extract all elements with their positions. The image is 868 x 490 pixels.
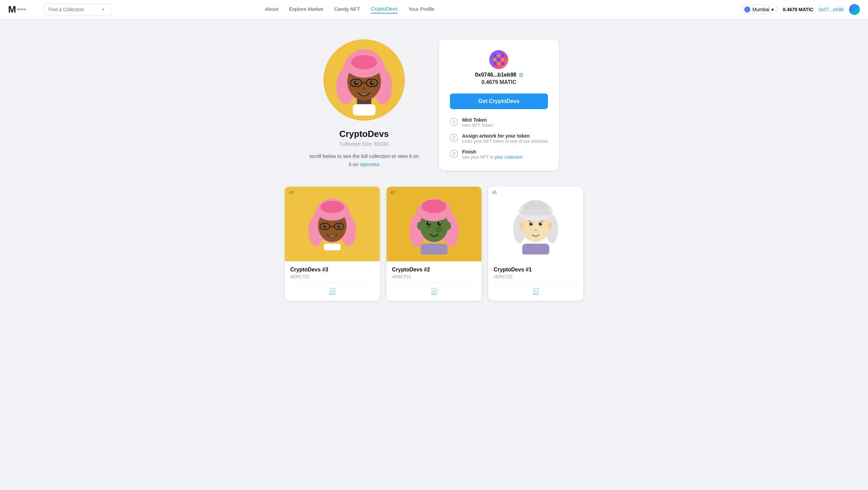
svg-point-9 <box>354 81 358 85</box>
step-1-title: Mint Token <box>462 117 493 123</box>
collection-description: scroll below to see the full collection … <box>309 152 419 168</box>
network-selector[interactable]: Mumbai ▾ <box>741 5 777 14</box>
nft-image-2: #2 <box>387 187 481 261</box>
network-name: Mumbai <box>752 7 769 12</box>
collection-size: Collection Size: 3/1024 <box>340 141 388 147</box>
svg-point-10 <box>370 81 374 85</box>
collection-avatar <box>323 39 405 121</box>
nft-tag-2: #ERC721 <box>392 274 476 279</box>
nft-cards-grid: #3 <box>281 187 587 301</box>
card-number-3: #3 <box>289 190 293 195</box>
svg-rect-67 <box>520 210 551 215</box>
nft-info-1: CryptoDevs #1 #ERC721 🧾 <box>488 261 583 301</box>
step-3: 3 Finish see your NFT in your collection <box>450 149 548 160</box>
content-area: CryptoDevs Collection Size: 3/1024 scrol… <box>237 39 631 170</box>
nft-card-2: #2 <box>387 187 481 301</box>
svg-point-52 <box>422 200 446 213</box>
nav-candy-nft[interactable]: Candy NFT <box>334 6 360 13</box>
card-number-2: #2 <box>391 190 395 195</box>
search-input[interactable] <box>48 7 99 12</box>
svg-rect-16 <box>493 54 496 57</box>
your-collection-link[interactable]: your collection <box>495 155 523 160</box>
svg-point-69 <box>548 222 552 229</box>
user-avatar[interactable] <box>849 4 860 15</box>
nav-explore-market[interactable]: Explore Market <box>289 6 323 13</box>
step-3-number: 3 <box>450 150 458 158</box>
nft-tag-1: #ERC721 <box>494 274 578 279</box>
nft-footer-3: 🧾 <box>290 283 374 295</box>
nav-right: Mumbai ▾ 0.4679 MATIC 0x07...eb98 <box>741 4 860 15</box>
nft-name-1: CryptoDevs #1 <box>494 267 578 273</box>
nft-1-illustration <box>509 193 563 254</box>
wallet-matic-balance: 0.4679 MATIC <box>481 79 516 85</box>
nft-image-1: #1 <box>488 187 583 261</box>
nft-card-1: #1 <box>488 187 583 301</box>
wallet-display: 0x0746...b1eb98 ⧉ <box>475 72 523 78</box>
svg-point-61 <box>539 222 542 226</box>
collection-character-illustration <box>330 44 398 116</box>
svg-point-53 <box>417 222 422 230</box>
svg-rect-4 <box>353 104 375 116</box>
svg-point-36 <box>325 225 326 226</box>
step-2-number: 2 <box>450 134 458 142</box>
svg-point-11 <box>356 82 357 83</box>
logo[interactable]: M folio <box>8 5 39 14</box>
logo-m-icon: M <box>8 5 16 14</box>
svg-point-39 <box>320 201 344 213</box>
copy-icon[interactable]: ⧉ <box>519 72 523 78</box>
nav-cryptodevs[interactable]: CryptoDevs <box>371 6 397 14</box>
matic-balance: 0.4679 MATIC <box>783 7 813 12</box>
svg-rect-43 <box>420 244 448 254</box>
svg-rect-29 <box>324 244 341 250</box>
network-chevron-icon: ▾ <box>771 7 774 12</box>
svg-rect-58 <box>522 244 549 254</box>
step-1-number: 1 <box>450 118 458 126</box>
card-number-1: #1 <box>492 190 497 195</box>
svg-point-60 <box>529 222 533 226</box>
svg-rect-18 <box>501 54 504 57</box>
nft-footer-2: 🧾 <box>392 283 476 295</box>
step-2-title: Assign artwork for your token <box>462 133 548 139</box>
svg-point-37 <box>339 225 340 226</box>
svg-point-46 <box>436 226 442 232</box>
receipt-icon-2[interactable]: 🧾 <box>430 288 438 295</box>
receipt-icon-3[interactable]: 🧾 <box>329 288 336 295</box>
chevron-down-icon: ▾ <box>102 7 104 12</box>
navbar: M folio ▾ About Explore Market Candy NFT… <box>0 0 868 19</box>
nav-about[interactable]: About <box>265 6 278 13</box>
logo-folio-text: folio <box>17 8 26 11</box>
nft-3-illustration <box>305 193 359 254</box>
nft-card-3: #3 <box>285 187 380 301</box>
nft-info-3: CryptoDevs #3 #ERC721 🧾 <box>285 261 380 301</box>
search-collection-dropdown[interactable]: ▾ <box>44 3 112 16</box>
main-content: CryptoDevs Collection Size: 3/1024 scrol… <box>231 19 637 321</box>
opensea-link[interactable]: opensea <box>360 161 379 167</box>
svg-point-15 <box>351 55 377 69</box>
svg-point-50 <box>439 222 441 223</box>
nft-2-illustration <box>407 193 461 254</box>
step-3-desc: see your NFT in your collection <box>462 155 523 160</box>
step-2: 2 Assign artwork for your token Links yo… <box>450 133 548 144</box>
nft-info-2: CryptoDevs #2 #ERC721 🧾 <box>387 261 481 301</box>
svg-point-13 <box>362 87 366 90</box>
svg-rect-19 <box>493 58 496 61</box>
receipt-icon-1[interactable]: 🧾 <box>532 288 539 295</box>
wallet-address-short[interactable]: 0x07...eb98 <box>819 7 844 12</box>
collection-info: CryptoDevs Collection Size: 3/1024 scrol… <box>309 39 419 168</box>
mint-card: 0x0746...b1eb98 ⧉ 0.4679 MATIC Get Crypt… <box>439 39 559 170</box>
nft-image-3: #3 <box>285 187 380 261</box>
step-2-desc: Links your NFT token to one of our artwo… <box>462 139 548 144</box>
nav-your-profile[interactable]: Your Profile <box>408 6 434 13</box>
network-icon <box>744 6 750 13</box>
svg-point-49 <box>429 222 430 223</box>
svg-point-12 <box>372 82 373 83</box>
svg-rect-23 <box>497 62 500 65</box>
nav-links: About Explore Market Candy NFT CryptoDev… <box>265 6 434 14</box>
svg-point-48 <box>437 221 441 225</box>
nft-footer-1: 🧾 <box>494 283 578 295</box>
nft-name-3: CryptoDevs #3 <box>290 267 374 273</box>
get-cryptodevs-button[interactable]: Get CryptoDevs <box>450 94 548 109</box>
svg-point-63 <box>541 223 542 224</box>
svg-rect-24 <box>501 62 504 65</box>
nft-name-2: CryptoDevs #2 <box>392 267 476 273</box>
